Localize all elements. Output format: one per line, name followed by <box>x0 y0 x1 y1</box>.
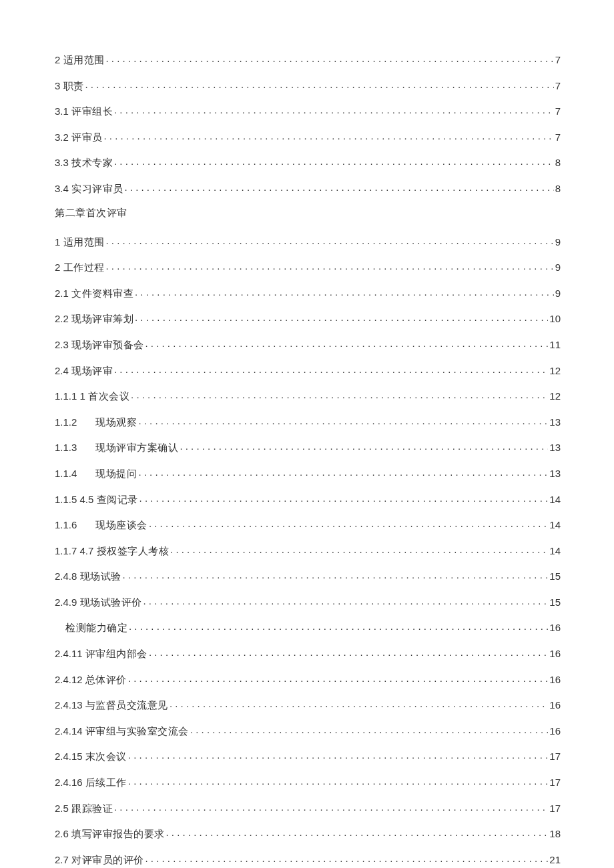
toc-title: 跟踪验证 <box>71 803 113 814</box>
toc-number: 3.4 <box>55 183 71 194</box>
toc-page-number: 11 <box>549 340 561 350</box>
toc-page-number: 18 <box>549 829 561 839</box>
toc-page-number: 7 <box>555 132 561 142</box>
toc-text: 2.4.11 评审组内部会 <box>55 648 147 659</box>
toc-page-number: 16 <box>549 700 561 710</box>
toc-entry: 2.4.12 总体评价16 <box>55 673 561 685</box>
toc-page-number: 14 <box>549 494 561 504</box>
toc-page-number: 14 <box>549 520 561 530</box>
toc-leader-dots <box>106 261 554 271</box>
toc-title: 第二章首次评审 <box>55 207 127 218</box>
toc-page-number: 21 <box>549 855 561 865</box>
toc-leader-dots <box>128 673 548 683</box>
toc-leader-dots <box>104 131 554 141</box>
toc-leader-dots <box>170 544 548 554</box>
toc-text: 1.1.3现场评审方案确认 <box>55 442 178 453</box>
toc-leader-dots <box>135 287 554 297</box>
toc-page-number: 7 <box>555 81 561 91</box>
toc-text: 3.3 技术专家 <box>55 157 113 168</box>
toc-number: 2.7 <box>55 854 71 865</box>
toc-entry: 1.1.4现场提问13 <box>55 467 561 479</box>
toc-entry: 1.1.6现场座谈会 14 <box>55 518 561 530</box>
toc-number: 2.3 <box>55 339 71 350</box>
toc-title: 评审组内部会 <box>85 648 147 659</box>
toc-text: 2.6 填写评审报告的要求 <box>55 829 165 839</box>
toc-text: 1.1.2现场观察 <box>55 417 137 428</box>
toc-number: 1 <box>55 236 63 248</box>
toc-leader-dots <box>128 776 548 786</box>
toc-page-number: 15 <box>549 597 561 607</box>
toc-number: 1.1.7 4.7 <box>55 545 97 556</box>
toc-number: 2.5 <box>55 803 71 814</box>
toc-title: 对评审员的评价 <box>71 855 144 865</box>
toc-entry: 3 职责7 <box>55 79 561 91</box>
toc-text: 1.1.6现场座谈会 <box>55 520 147 530</box>
toc-number: 2.4.16 <box>55 777 85 788</box>
toc-text: 2.2 现场评审筹划 <box>55 314 133 324</box>
toc-entry: 1.1.1 1 首次会议12 <box>55 390 561 402</box>
toc-text: 2.4 现场评审 <box>55 366 113 376</box>
toc-leader-dots <box>125 182 554 192</box>
toc-text: 第二章首次评审 <box>55 208 127 218</box>
toc-number: 1.1.1 1 <box>55 390 88 402</box>
toc-page-number: 7 <box>555 55 561 65</box>
toc-leader-dots <box>138 467 548 477</box>
toc-entry: 1.1.3现场评审方案确认13 <box>55 441 561 453</box>
toc-entry: 2.4.9 现场试验评价15 <box>55 596 561 608</box>
toc-number: 2.4 <box>55 365 71 376</box>
toc-entry: 检测能力确定16 <box>55 621 561 633</box>
toc-entry: 2.6 填写评审报告的要求18 <box>55 827 561 839</box>
toc-leader-dots <box>114 105 554 115</box>
toc-page-number: 13 <box>549 468 561 478</box>
toc-leader-dots <box>149 647 548 657</box>
toc-page-number: 7 <box>555 106 561 116</box>
toc-title: 首次会议 <box>88 391 129 402</box>
toc-title: 实习评审员 <box>71 183 123 194</box>
toc-page-number: 13 <box>549 442 561 452</box>
toc-entry: 1.1.5 4.5 查阅记录14 <box>55 493 561 505</box>
toc-title: 后续工作 <box>85 777 127 788</box>
toc-page-number: 16 <box>549 726 561 736</box>
toc-title: 现场评审 <box>71 366 113 376</box>
toc-title: 评审组与实验室交流会 <box>85 726 189 737</box>
toc-entry: 1.1.2现场观察13 <box>55 416 561 428</box>
toc-number: 2 <box>55 262 63 273</box>
toc-text: 1 适用范围 <box>55 237 105 248</box>
toc-entry: 2.4.11 评审组内部会16 <box>55 647 561 659</box>
toc-title: 适用范围 <box>63 237 105 248</box>
toc-entry: 2.5 跟踪验证17 <box>55 802 561 814</box>
toc-title: 现场评审预备会 <box>71 340 144 350</box>
toc-leader-dots <box>139 493 549 503</box>
toc-text: 2.1 文件资料审查 <box>55 288 133 299</box>
toc-text: 2 适用范围 <box>55 55 105 65</box>
toc-entry: 2.4.15 末次会议17 <box>55 750 561 762</box>
toc-leader-dots <box>143 596 549 606</box>
toc-number: 3.3 <box>55 157 71 168</box>
toc-text: 2.4.13 与监督员交流意见 <box>55 700 168 711</box>
toc-number: 1.1.3 <box>55 442 77 453</box>
toc-number: 2.2 <box>55 313 71 324</box>
toc-entry: 2.1 文件资料审查9 <box>55 287 561 299</box>
toc-number: 3 <box>55 80 63 91</box>
toc-leader-dots <box>166 827 549 837</box>
toc-text: 1.1.1 1 首次会议 <box>55 391 129 402</box>
toc-text: 2.4.9 现场试验评价 <box>55 597 142 608</box>
toc-text: 2.4.16 后续工作 <box>55 777 127 788</box>
toc-page-number: 13 <box>549 417 561 427</box>
toc-title: 与监督员交流意见 <box>85 700 168 711</box>
toc-number: 1.1.5 4.5 <box>55 494 97 505</box>
toc-text: 2.5 跟踪验证 <box>55 803 113 814</box>
toc-text: 2.4.8 现场试验 <box>55 571 121 582</box>
toc-title: 技术专家 <box>71 157 113 168</box>
toc-number: 2.4.8 <box>55 570 80 582</box>
toc-title: 职责 <box>63 81 84 91</box>
toc-entry: 2 工作过程9 <box>55 261 561 273</box>
toc-page-number: 14 <box>549 546 561 556</box>
toc-leader-dots <box>129 621 548 631</box>
toc-leader-dots <box>135 312 548 322</box>
toc-title: 现场评审筹划 <box>71 314 133 324</box>
toc-title: 评审员 <box>71 132 103 143</box>
toc-title: 授权签字人考核 <box>97 546 170 556</box>
toc-entry: 2.4.13 与监督员交流意见16 <box>55 699 561 711</box>
toc-entry: 3.2 评审员7 <box>55 131 561 143</box>
